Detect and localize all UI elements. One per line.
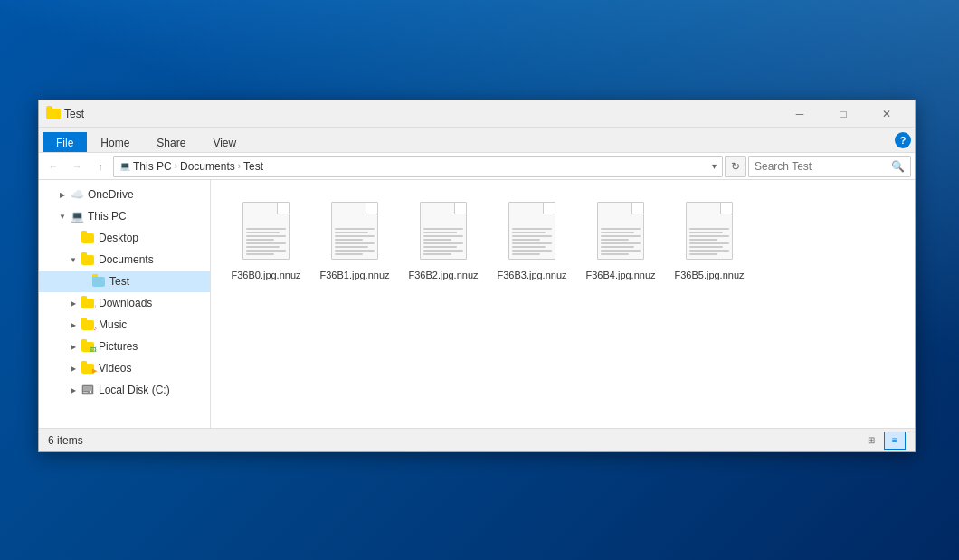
list-item[interactable]: F36B0.jpg.nnuz [225, 195, 307, 289]
file-name-4: F36B4.jpg.nnuz [585, 269, 655, 281]
sidebar-label-downloads: Downloads [99, 297, 152, 309]
search-box[interactable]: 🔍 [748, 156, 911, 177]
harddrive-icon [81, 383, 95, 397]
tab-home[interactable]: Home [87, 132, 143, 152]
sidebar-item-videos[interactable]: ▶ Videos [39, 357, 210, 379]
file-name-1: F36B1.jpg.nnuz [319, 269, 389, 281]
grid-view-button[interactable]: ⊞ [860, 432, 882, 450]
sidebar-label-documents: Documents [99, 253, 154, 266]
list-item[interactable]: F36B5.jpg.nnuz [669, 195, 750, 289]
file-name-2: F36B2.jpg.nnuz [408, 269, 478, 281]
tab-share[interactable]: Share [143, 132, 199, 152]
test-folder-icon [91, 274, 106, 289]
expand-arrow-thispc[interactable] [57, 211, 68, 222]
path-documents: Documents [180, 160, 235, 173]
expand-arrow-videos[interactable] [68, 363, 79, 374]
sidebar-label-videos: Videos [99, 362, 131, 375]
expand-arrow-music[interactable] [68, 319, 79, 330]
thispc-icon: 💻 [70, 209, 84, 223]
list-item[interactable]: F36B3.jpg.nnuz [491, 195, 573, 289]
main-content: ☁️ OneDrive 💻 This PC Desktop [39, 180, 915, 428]
sidebar-item-test[interactable]: Test [39, 271, 210, 292]
sidebar-item-thispc[interactable]: 💻 This PC [39, 205, 210, 227]
sidebar-item-downloads[interactable]: ↓ Downloads [39, 292, 210, 314]
expand-arrow-documents[interactable] [68, 254, 79, 265]
file-thumb-0 [239, 202, 293, 265]
svg-rect-3 [83, 392, 88, 393]
desktop-folder-icon [81, 231, 95, 245]
list-item[interactable]: F36B2.jpg.nnuz [403, 195, 484, 289]
help-button[interactable]: ? [895, 132, 911, 148]
status-bar: 6 items ⊞ ≡ [39, 428, 915, 451]
expand-arrow-localdisk[interactable] [68, 384, 79, 395]
close-button[interactable]: ✕ [866, 100, 907, 128]
window-controls: ─ □ ✕ [779, 100, 907, 128]
sidebar-item-onedrive[interactable]: ☁️ OneDrive [39, 184, 210, 205]
search-input[interactable] [755, 160, 891, 173]
back-button[interactable]: ← [43, 156, 64, 177]
file-explorer-window: Test ─ □ ✕ File Home Share View ? ← → ↑ … [38, 100, 916, 452]
list-view-button[interactable]: ≡ [884, 432, 906, 450]
expand-arrow-downloads[interactable] [68, 298, 79, 308]
refresh-button[interactable]: ↻ [725, 156, 746, 177]
maximize-button[interactable]: □ [822, 100, 864, 128]
ribbon-tabs: File Home Share View ? [39, 128, 915, 153]
sidebar-label-music: Music [99, 318, 127, 331]
svg-point-2 [90, 391, 91, 393]
downloads-icon: ↓ [81, 296, 95, 310]
file-name-5: F36B5.jpg.nnuz [674, 269, 744, 281]
svg-rect-1 [83, 386, 92, 391]
file-name-0: F36B0.jpg.nnuz [231, 269, 300, 281]
forward-button[interactable]: → [66, 156, 88, 177]
file-thumb-4 [593, 202, 648, 265]
view-controls: ⊞ ≡ [860, 432, 906, 450]
path-arrow-2: › [238, 161, 241, 171]
minimize-button[interactable]: ─ [779, 100, 821, 128]
file-grid: F36B0.jpg.nnuz [225, 195, 900, 289]
address-bar: ← → ↑ 💻 This PC › Documents › Test ▾ ↻ 🔍 [39, 153, 915, 180]
path-dropdown-arrow[interactable]: ▾ [712, 161, 717, 171]
sidebar-label-test: Test [109, 275, 129, 288]
videos-icon: ▶ [81, 361, 95, 375]
file-thumb-5 [682, 202, 736, 265]
path-arrow-1: › [175, 161, 177, 171]
sidebar-label-onedrive: OneDrive [88, 188, 134, 201]
file-view: F36B0.jpg.nnuz [211, 180, 915, 428]
path-test: Test [243, 160, 263, 173]
search-icon[interactable]: 🔍 [891, 160, 905, 173]
documents-folder-icon [81, 252, 95, 267]
sidebar-item-documents[interactable]: Documents [39, 249, 210, 271]
sidebar-label-localdisk: Local Disk (C:) [99, 384, 170, 396]
sidebar-item-localdisk[interactable]: Local Disk (C:) [39, 379, 210, 401]
file-thumb-3 [505, 202, 559, 265]
item-count: 6 items [48, 434, 860, 447]
sidebar-item-desktop[interactable]: Desktop [39, 227, 210, 249]
file-name-3: F36B3.jpg.nnuz [497, 269, 566, 281]
file-thumb-2 [416, 202, 470, 265]
window-title: Test [64, 108, 779, 120]
sidebar: ☁️ OneDrive 💻 This PC Desktop [39, 180, 211, 428]
expand-arrow-onedrive[interactable] [57, 189, 68, 200]
sidebar-item-pictures[interactable]: 🖼 Pictures [39, 336, 210, 357]
expand-arrow-pictures[interactable] [68, 341, 79, 352]
address-path[interactable]: 💻 This PC › Documents › Test ▾ [113, 156, 723, 177]
title-folder-icon [46, 107, 61, 121]
sidebar-item-music[interactable]: ♪ Music [39, 314, 210, 336]
list-item[interactable]: F36B1.jpg.nnuz [314, 195, 395, 289]
sidebar-label-thispc: This PC [88, 210, 127, 223]
onedrive-icon: ☁️ [70, 187, 84, 202]
tab-file[interactable]: File [43, 132, 87, 152]
music-icon: ♪ [81, 318, 95, 332]
tab-view[interactable]: View [199, 132, 250, 152]
list-item[interactable]: F36B4.jpg.nnuz [580, 195, 661, 289]
path-thispc: 💻 This PC [119, 160, 172, 173]
title-bar: Test ─ □ ✕ [39, 100, 915, 128]
pictures-icon: 🖼 [81, 339, 95, 354]
file-thumb-1 [328, 202, 382, 265]
sidebar-label-pictures: Pictures [99, 340, 138, 353]
up-button[interactable]: ↑ [90, 156, 111, 177]
sidebar-label-desktop: Desktop [99, 232, 138, 244]
